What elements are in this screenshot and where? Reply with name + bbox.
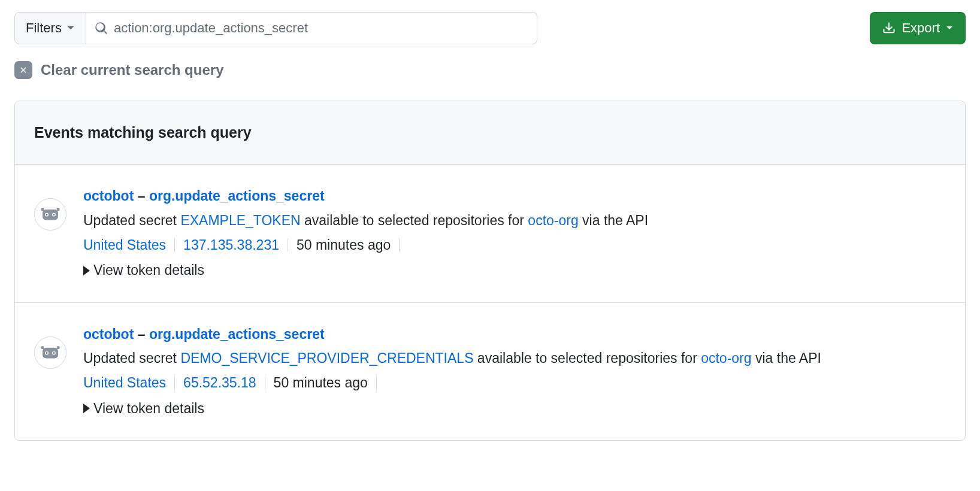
meta-separator [174, 377, 175, 390]
meta-separator [265, 377, 265, 390]
svg-rect-0 [43, 210, 58, 220]
filters-label: Filters [26, 20, 62, 36]
desc-mid: available to selected repositories for [473, 350, 701, 366]
secret-link[interactable]: EXAMPLE_TOKEN [180, 213, 300, 228]
desc-suffix: via the API [579, 213, 648, 228]
event-description: Updated secret DEMO_SERVICE_PROVIDER_CRE… [83, 347, 946, 369]
results-header: Events matching search query [15, 101, 965, 165]
event-title: octobot – org.update_actions_secret [83, 323, 946, 345]
meta-separator [399, 238, 400, 251]
triangle-right-icon [83, 266, 90, 275]
caret-down-icon [946, 26, 953, 31]
meta-separator [288, 238, 288, 251]
event-description: Updated secret EXAMPLE_TOKEN available t… [83, 210, 946, 232]
org-link[interactable]: octo-org [701, 350, 751, 366]
svg-point-3 [46, 214, 48, 216]
avatar[interactable] [34, 198, 66, 231]
export-label: Export [902, 20, 940, 36]
event-item: octobot – org.update_actions_secret Upda… [15, 303, 965, 441]
svg-point-4 [53, 214, 55, 216]
event-body: octobot – org.update_actions_secret Upda… [83, 323, 946, 420]
svg-point-11 [53, 352, 55, 354]
search-input[interactable] [108, 20, 528, 37]
search-field-wrapper[interactable] [86, 12, 537, 44]
event-time: 50 minutes ago [274, 372, 368, 394]
svg-point-10 [46, 352, 48, 354]
action-link[interactable]: org.update_actions_secret [149, 326, 325, 342]
desc-suffix: via the API [752, 350, 821, 366]
ip-link[interactable]: 137.135.38.231 [183, 234, 279, 256]
details-label: View token details [93, 259, 204, 281]
bot-avatar-icon [39, 341, 62, 364]
desc-mid: available to selected repositories for [301, 213, 528, 228]
event-meta: United States 137.135.38.231 50 minutes … [83, 234, 946, 256]
actor-link[interactable]: octobot [83, 326, 134, 342]
triangle-right-icon [83, 404, 90, 413]
svg-rect-6 [57, 208, 60, 211]
avatar[interactable] [34, 337, 66, 369]
bot-avatar-icon [39, 203, 62, 226]
ip-link[interactable]: 65.52.35.18 [183, 372, 256, 394]
secret-link[interactable]: DEMO_SERVICE_PROVIDER_CREDENTIALS [180, 350, 473, 366]
event-meta: United States 65.52.35.18 50 minutes ago [83, 372, 946, 394]
svg-rect-7 [43, 347, 58, 358]
details-label: View token details [93, 398, 204, 420]
meta-separator [174, 238, 175, 251]
toolbar: Filters Export [14, 12, 966, 44]
svg-rect-5 [41, 208, 44, 211]
meta-separator [376, 377, 377, 390]
event-title: octobot – org.update_actions_secret [83, 185, 946, 207]
org-link[interactable]: octo-org [528, 213, 578, 228]
title-separator: – [134, 188, 149, 204]
svg-rect-12 [41, 346, 44, 349]
clear-search-label[interactable]: Clear current search query [41, 62, 223, 78]
download-icon [882, 22, 896, 35]
clear-search-chip[interactable] [14, 61, 32, 79]
view-token-details-toggle[interactable]: View token details [83, 259, 204, 281]
svg-rect-13 [57, 346, 60, 349]
caret-down-icon [66, 25, 75, 31]
filters-button[interactable]: Filters [14, 12, 86, 44]
view-token-details-toggle[interactable]: View token details [83, 398, 204, 420]
desc-prefix: Updated secret [83, 213, 180, 228]
clear-search-row[interactable]: Clear current search query [14, 61, 966, 79]
export-button[interactable]: Export [870, 12, 966, 44]
action-link[interactable]: org.update_actions_secret [149, 188, 325, 204]
close-icon [19, 65, 28, 75]
event-item: octobot – org.update_actions_secret Upda… [15, 165, 965, 303]
location-link[interactable]: United States [83, 234, 166, 256]
search-icon [95, 22, 108, 35]
actor-link[interactable]: octobot [83, 188, 134, 204]
location-link[interactable]: United States [83, 372, 166, 394]
title-separator: – [134, 326, 149, 342]
event-body: octobot – org.update_actions_secret Upda… [83, 185, 946, 282]
results-box: Events matching search query octobot – o… [14, 101, 966, 441]
event-time: 50 minutes ago [297, 234, 391, 256]
desc-prefix: Updated secret [83, 350, 180, 366]
